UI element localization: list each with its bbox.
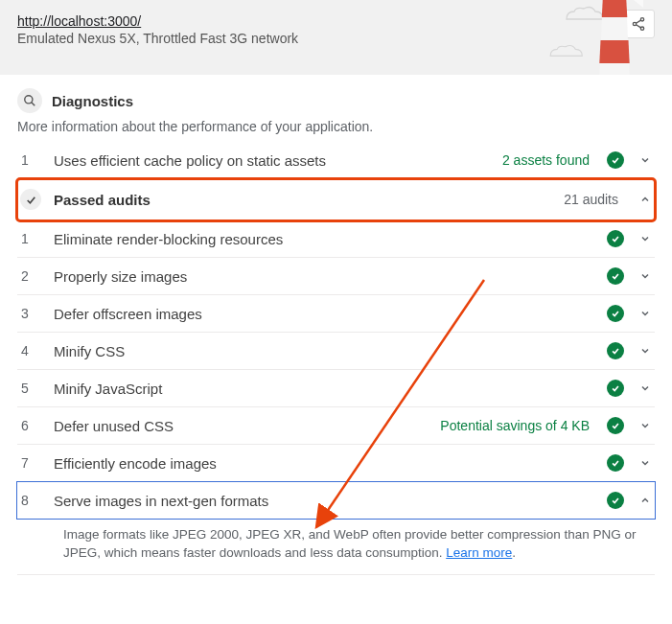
pass-check-icon <box>607 417 624 434</box>
item-number: 6 <box>17 418 44 433</box>
item-number: 7 <box>17 455 44 471</box>
passed-audit-row[interactable]: 2Properly size images <box>17 258 655 295</box>
cloud-decoration-2 <box>545 44 584 59</box>
check-icon <box>17 189 44 210</box>
item-label: Minify CSS <box>54 343 597 359</box>
chevron-down-icon[interactable] <box>636 154 655 166</box>
item-meta: 2 assets found <box>502 152 590 168</box>
item-label: Defer unused CSS <box>54 418 430 434</box>
audit-description-text: Image formats like JPEG 2000, JPEG XR, a… <box>63 527 637 560</box>
chevron-down-icon[interactable] <box>636 308 655 319</box>
chevron-down-icon[interactable] <box>636 382 655 394</box>
pass-check-icon <box>607 151 624 169</box>
passed-audit-row[interactable]: 3Defer offscreen images <box>17 295 655 333</box>
passed-audit-row[interactable]: 7Efficiently encode images <box>17 445 655 482</box>
item-label: Properly size images <box>54 268 597 285</box>
svg-point-12 <box>25 96 33 104</box>
passed-audits-header[interactable]: Passed audits 21 audits <box>17 179 655 220</box>
pass-check-icon <box>607 267 624 285</box>
chevron-down-icon[interactable] <box>636 270 655 282</box>
learn-more-link[interactable]: Learn more <box>446 545 512 560</box>
diagnostics-title: Diagnostics <box>52 93 133 109</box>
chevron-down-icon[interactable] <box>636 420 655 431</box>
diagnostics-item[interactable]: 1 Uses efficient cache policy on static … <box>17 142 655 179</box>
item-number: 4 <box>17 343 44 358</box>
item-label: Efficiently encode images <box>54 455 597 472</box>
magnifier-icon <box>17 88 42 113</box>
svg-marker-10 <box>599 40 629 63</box>
passed-audit-row[interactable]: 8Serve images in next-gen formats <box>17 482 655 519</box>
lighthouse-illustration <box>586 0 643 75</box>
item-label: Uses efficient cache policy on static as… <box>54 152 493 169</box>
pass-check-icon <box>607 342 624 359</box>
passed-audit-row[interactable]: 4Minify CSS <box>17 333 655 370</box>
pass-check-icon <box>607 492 624 509</box>
chevron-up-icon[interactable] <box>636 495 655 506</box>
diagnostics-subtitle: More information about the performance o… <box>17 119 655 142</box>
item-number: 8 <box>17 493 44 508</box>
chevron-down-icon[interactable] <box>636 345 655 357</box>
environment-text: Emulated Nexus 5X, Throttled Fast 3G net… <box>17 31 298 46</box>
svg-marker-11 <box>624 0 643 8</box>
pass-check-icon <box>607 454 624 472</box>
item-label: Serve images in next-gen formats <box>54 493 597 509</box>
pass-check-icon <box>607 380 624 397</box>
item-number: 1 <box>17 152 44 168</box>
passed-audit-row[interactable]: 5Minify JavaScript <box>17 370 655 407</box>
item-number: 3 <box>17 306 44 321</box>
chevron-down-icon[interactable] <box>636 457 655 469</box>
passed-audits-title: Passed audits <box>54 192 554 208</box>
chevron-down-icon[interactable] <box>636 233 655 244</box>
diagnostics-header: Diagnostics <box>17 75 655 119</box>
passed-audit-row[interactable]: 6Defer unused CSSPotential savings of 4 … <box>17 407 655 445</box>
passed-audits-count: 21 audits <box>564 192 618 207</box>
item-number: 2 <box>17 268 44 284</box>
svg-line-13 <box>32 103 35 106</box>
item-label: Defer offscreen images <box>54 306 597 322</box>
passed-audits-list: 1Eliminate render-blocking resources2Pro… <box>17 220 655 519</box>
passed-audit-row[interactable]: 1Eliminate render-blocking resources <box>17 220 655 258</box>
item-label: Eliminate render-blocking resources <box>54 231 597 247</box>
item-label: Minify JavaScript <box>54 381 597 397</box>
pass-check-icon <box>607 230 624 247</box>
item-meta: Potential savings of 4 KB <box>440 418 590 433</box>
audit-description: Image formats like JPEG 2000, JPEG XR, a… <box>17 519 655 575</box>
item-number: 1 <box>17 231 44 246</box>
pass-check-icon <box>607 305 624 322</box>
tested-url-link[interactable]: http://localhost:3000/ <box>17 13 141 29</box>
chevron-up-icon[interactable] <box>636 194 655 205</box>
item-number: 5 <box>17 381 44 396</box>
report-header: http://localhost:3000/ Emulated Nexus 5X… <box>0 0 672 75</box>
svg-marker-9 <box>602 0 628 17</box>
